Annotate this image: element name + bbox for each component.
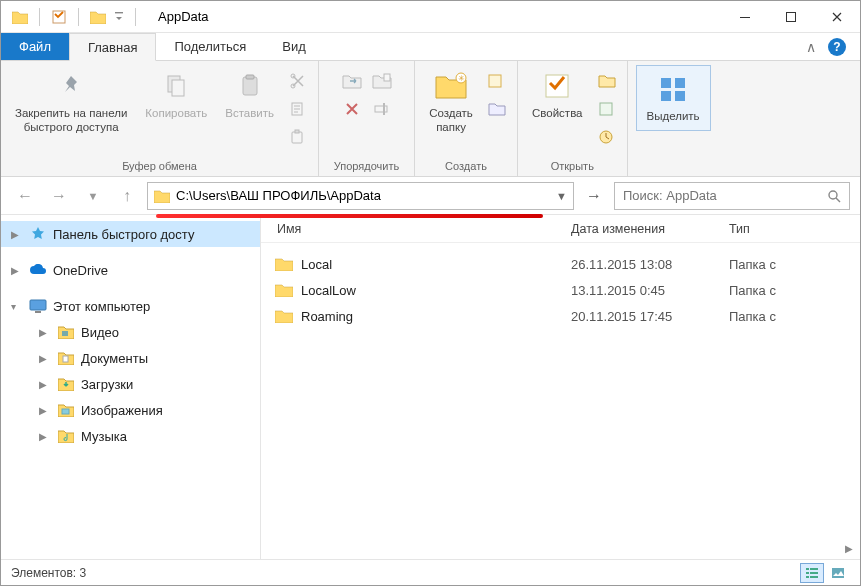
properties-button[interactable]: Свойства: [526, 65, 589, 125]
edit-icon[interactable]: [595, 97, 619, 121]
nav-label: OneDrive: [53, 263, 108, 278]
folder-app-icon: [11, 8, 29, 26]
easy-access-icon[interactable]: [485, 97, 509, 121]
ribbon-group-clipboard: Закрепить на панели быстрого доступа Коп…: [1, 61, 319, 176]
minimize-button[interactable]: [722, 1, 768, 33]
svg-rect-24: [661, 91, 671, 101]
scroll-right-icon[interactable]: ▶: [840, 539, 858, 557]
column-headers: Имя Дата изменения Тип: [261, 215, 860, 243]
file-list[interactable]: Local 26.11.2015 13:08 Папка с LocalLow …: [261, 243, 860, 559]
paste-shortcut-icon[interactable]: [286, 125, 310, 149]
chevron-down-icon[interactable]: ▾: [11, 301, 23, 312]
address-dropdown-icon[interactable]: ▼: [556, 190, 567, 202]
explorer-window: AppData Файл Главная Поделиться Вид ∧ ?: [0, 0, 861, 586]
back-button[interactable]: ←: [11, 182, 39, 210]
address-bar[interactable]: ▼: [147, 182, 574, 210]
cut-icon[interactable]: [286, 69, 310, 93]
col-date[interactable]: Дата изменения: [571, 222, 729, 236]
history-icon[interactable]: [595, 125, 619, 149]
chevron-right-icon[interactable]: ▶: [39, 431, 51, 442]
cloud-icon: [29, 261, 47, 279]
search-box[interactable]: [614, 182, 850, 210]
nav-documents[interactable]: ▶ Документы: [1, 345, 260, 371]
svg-rect-28: [35, 311, 41, 313]
details-view-button[interactable]: [800, 563, 824, 583]
nav-downloads[interactable]: ▶ Загрузки: [1, 371, 260, 397]
chevron-right-icon[interactable]: ▶: [11, 229, 23, 240]
svg-rect-25: [675, 91, 685, 101]
tab-share[interactable]: Поделиться: [156, 33, 264, 60]
collapse-ribbon-icon[interactable]: ∧: [806, 39, 816, 55]
file-name: LocalLow: [301, 283, 356, 298]
close-button[interactable]: [814, 1, 860, 33]
tab-file[interactable]: Файл: [1, 33, 69, 60]
file-name: Local: [301, 257, 332, 272]
svg-text:✳: ✳: [458, 74, 465, 83]
address-input[interactable]: [176, 188, 550, 203]
new-folder-button[interactable]: ✳ Создать папку: [423, 65, 479, 139]
up-button[interactable]: ↑: [113, 182, 141, 210]
copy-path-icon[interactable]: [286, 97, 310, 121]
file-row[interactable]: LocalLow 13.11.2015 0:45 Папка с: [275, 277, 860, 303]
file-date: 20.11.2015 17:45: [571, 309, 729, 324]
nav-onedrive[interactable]: ▶ OneDrive: [1, 257, 260, 283]
maximize-button[interactable]: [768, 1, 814, 33]
folder-qat-icon[interactable]: [89, 8, 107, 26]
nav-quick-access[interactable]: ▶ Панель быстрого досту: [1, 221, 260, 247]
tab-home[interactable]: Главная: [69, 33, 156, 61]
nav-videos[interactable]: ▶ Видео: [1, 319, 260, 345]
pin-quickaccess-button[interactable]: Закрепить на панели быстрого доступа: [9, 65, 133, 139]
paste-button[interactable]: Вставить: [219, 65, 280, 125]
star-icon: [29, 225, 47, 243]
delete-icon[interactable]: [340, 97, 364, 121]
svg-rect-20: [600, 103, 612, 115]
copy-button[interactable]: Копировать: [139, 65, 213, 125]
nav-label: Панель быстрого досту: [53, 227, 194, 242]
qat-dropdown-icon[interactable]: [113, 8, 125, 26]
file-date: 13.11.2015 0:45: [571, 283, 729, 298]
go-button[interactable]: →: [580, 182, 608, 210]
nav-music[interactable]: ▶ Музыка: [1, 423, 260, 449]
organize-group-label: Упорядочить: [327, 158, 406, 174]
svg-rect-30: [63, 356, 68, 362]
search-input[interactable]: [623, 188, 821, 203]
chevron-right-icon[interactable]: ▶: [39, 327, 51, 338]
col-name[interactable]: Имя: [277, 222, 571, 236]
search-icon[interactable]: [827, 189, 841, 203]
nav-label: Видео: [81, 325, 119, 340]
paste-label: Вставить: [225, 107, 274, 121]
window-title: AppData: [158, 9, 209, 24]
svg-rect-12: [295, 130, 299, 133]
open-group-label: Открыть: [526, 158, 619, 174]
file-row[interactable]: Roaming 20.11.2015 17:45 Папка с: [275, 303, 860, 329]
nav-pictures[interactable]: ▶ Изображения: [1, 397, 260, 423]
open-icon[interactable]: [595, 69, 619, 93]
paste-icon: [233, 69, 267, 103]
svg-rect-33: [810, 568, 818, 570]
chevron-right-icon[interactable]: ▶: [39, 379, 51, 390]
nav-this-pc[interactable]: ▾ Этот компьютер: [1, 293, 260, 319]
rename-icon[interactable]: [370, 97, 394, 121]
tab-view[interactable]: Вид: [264, 33, 324, 60]
quick-access-toolbar: AppData: [1, 8, 209, 26]
svg-rect-14: [375, 106, 387, 112]
chevron-right-icon[interactable]: ▶: [39, 353, 51, 364]
properties-qat-icon[interactable]: [50, 8, 68, 26]
col-type[interactable]: Тип: [729, 222, 860, 236]
ribbon-group-open: Свойства Открыть: [518, 61, 628, 176]
select-button[interactable]: Выделить: [636, 65, 711, 131]
chevron-right-icon[interactable]: ▶: [39, 405, 51, 416]
forward-button[interactable]: →: [45, 182, 73, 210]
folder-icon: [275, 257, 293, 271]
help-icon[interactable]: ?: [828, 38, 846, 56]
new-item-icon[interactable]: [485, 69, 509, 93]
window-controls: [722, 1, 860, 33]
move-to-icon[interactable]: [340, 69, 364, 93]
svg-rect-34: [806, 572, 809, 574]
thumbnails-view-button[interactable]: [826, 563, 850, 583]
recent-dropdown-icon[interactable]: ▼: [79, 182, 107, 210]
chevron-right-icon[interactable]: ▶: [11, 265, 23, 276]
file-row[interactable]: Local 26.11.2015 13:08 Папка с: [275, 251, 860, 277]
svg-rect-3: [787, 12, 796, 21]
copy-to-icon[interactable]: [370, 69, 394, 93]
